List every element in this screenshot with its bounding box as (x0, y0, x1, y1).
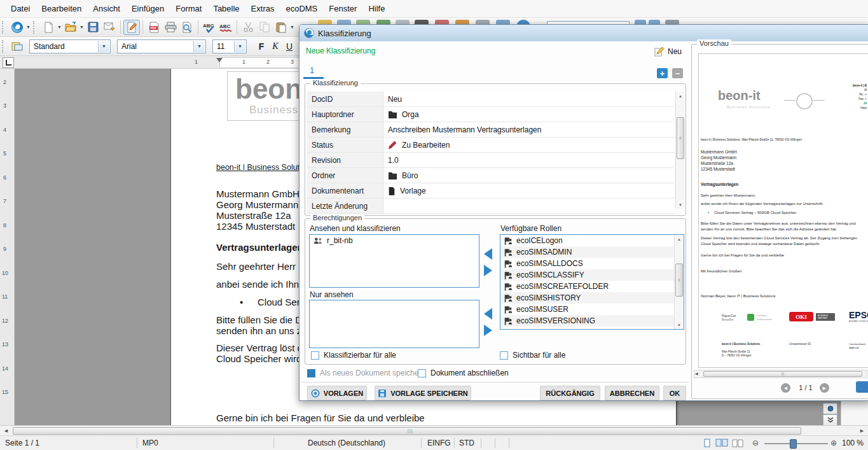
visible-for-all-checkbox[interactable]: Sichtbar für alle (500, 351, 565, 360)
classifiable-for-all-checkbox[interactable]: Klassifizierbar für alle (311, 351, 396, 360)
scroll-up-icon[interactable]: ▲ (675, 235, 684, 243)
move-left-classify-button[interactable] (484, 248, 492, 260)
field-row-hauptordner[interactable]: Hauptordner Orga (307, 107, 675, 122)
copy-button[interactable] (256, 20, 273, 35)
save-as-new-checkbox[interactable]: Als neues Dokument speichern (307, 369, 425, 377)
field-row-bemerkung[interactable]: Bemerkung Anschreiben Mustermann Vertrag… (307, 122, 675, 137)
remove-tab-button[interactable]: − (672, 68, 683, 78)
field-value[interactable]: Vorlage (383, 183, 675, 198)
chevron-down-icon[interactable]: ▼ (234, 41, 245, 52)
italic-button[interactable]: K (268, 39, 282, 53)
field-row-dokumentenart[interactable]: Dokumentenart Vorlage (307, 183, 675, 199)
menu-tabelle[interactable]: Tabelle (207, 1, 245, 16)
previous-page-button[interactable]: ◀ (781, 383, 790, 393)
page-preview-button[interactable] (179, 20, 195, 35)
list-item-role[interactable]: ecoSIMSCREATEFOLDER (500, 281, 674, 292)
move-right-classify-button[interactable] (484, 265, 492, 276)
field-row-ordner[interactable]: Ordner Büro (307, 168, 675, 183)
paragraph-style-combo[interactable]: Standard ▼ (29, 39, 111, 53)
chevron-down-icon[interactable]: ▼ (98, 41, 109, 52)
preview-page[interactable]: beon-it Business Solutions beon-it | B M… (698, 53, 868, 368)
new-classification-button[interactable]: Neu (654, 45, 689, 59)
move-left-view-button[interactable] (484, 308, 492, 320)
chevron-down-icon[interactable]: ▼ (193, 41, 205, 52)
scroll-left-icon[interactable]: ◀ (695, 371, 698, 376)
menu-ecodms[interactable]: ecoDMS (280, 1, 323, 16)
field-value[interactable]: Neu (383, 92, 675, 106)
list-item-role[interactable]: ecoSIMSUSER (500, 304, 674, 315)
dialog-titlebar[interactable]: Klassifizierung (300, 25, 868, 41)
field-value[interactable]: 1.0 (383, 153, 675, 167)
new-document-dropdown[interactable]: ▼ (57, 20, 62, 35)
next-page-button[interactable]: ▶ (820, 383, 829, 393)
field-value[interactable]: Anschreiben Mustermann Vertragsunterlage… (383, 122, 675, 137)
email-button[interactable] (101, 20, 118, 35)
underline-button[interactable]: U (282, 39, 296, 53)
toolbar-grip[interactable] (33, 21, 38, 34)
field-row-docid[interactable]: DocID Neu (307, 92, 675, 107)
scroll-left-icon[interactable]: ◀ (1, 427, 11, 435)
finalize-document-checkbox[interactable]: Dokument abschließen (418, 369, 509, 377)
status-page-style[interactable]: MP0 (142, 439, 158, 447)
menu-datei[interactable]: Datei (5, 1, 36, 16)
cut-button[interactable] (240, 20, 256, 35)
field-row-letzte-aenderung[interactable]: Letzte Änderung (307, 199, 675, 214)
status-selection-mode[interactable]: STD (459, 439, 474, 447)
ok-button[interactable]: OK (663, 386, 686, 400)
bold-button[interactable]: F (254, 39, 268, 53)
preview-scrollbar[interactable]: ◀ ||| (694, 370, 867, 378)
print-button[interactable] (162, 20, 179, 35)
menu-fenster[interactable]: Fenster (323, 1, 362, 16)
status-page[interactable]: Seite 1 / 1 (5, 439, 39, 447)
status-zoom-level[interactable]: 100 % (842, 439, 864, 447)
field-value[interactable]: Orga (383, 107, 675, 122)
open-button[interactable] (62, 20, 79, 35)
templates-button[interactable]: VORLAGEN (307, 386, 367, 400)
status-language[interactable]: Deutsch (Deutschland) (273, 439, 420, 447)
list-item[interactable]: r_bit-nb (310, 235, 479, 246)
field-value[interactable]: Zu Bearbeiten (383, 137, 675, 152)
menu-hilfe[interactable]: Hilfe (362, 1, 390, 16)
undo-button[interactable]: RÜCKGÄNGIG (540, 386, 600, 400)
menu-format[interactable]: Format (170, 1, 207, 16)
paste-button[interactable] (273, 20, 289, 35)
toolbar-grip[interactable] (2, 40, 6, 53)
menu-extras[interactable]: Extras (245, 1, 280, 16)
ecodms-button[interactable] (9, 20, 25, 35)
save-button[interactable] (85, 20, 101, 35)
menu-ansicht[interactable]: Ansicht (87, 1, 126, 16)
add-tab-button[interactable]: + (657, 68, 668, 78)
roles-scrollbar[interactable]: ▲ ≡ ▼ (674, 235, 684, 329)
cancel-button[interactable]: ABBRECHEN (605, 386, 659, 400)
field-value[interactable] (383, 199, 675, 213)
edit-mode-button[interactable] (123, 20, 140, 35)
list-item-role[interactable]: ecoICELogon (500, 235, 674, 246)
paste-dropdown[interactable]: ▼ (289, 20, 295, 35)
menu-bearbeiten[interactable]: Bearbeiten (36, 1, 87, 16)
list-item-role[interactable]: ecoSIMSCLASSIFY (500, 269, 674, 281)
list-item-role[interactable]: ecoSIMSADMIN (500, 246, 674, 258)
view-only-list[interactable] (309, 300, 479, 348)
list-item-role[interactable]: ecoSIMSHISTORY (500, 292, 674, 304)
tab-1[interactable]: 1 (310, 66, 314, 75)
zoom-in-icon[interactable]: ⊕ (830, 439, 837, 447)
open-dropdown[interactable]: ▼ (79, 20, 85, 35)
navigation-target-button[interactable] (823, 403, 837, 414)
scrollbar-thumb[interactable]: ||| (703, 371, 862, 377)
field-row-status[interactable]: Status Zu Bearbeiten (307, 137, 675, 153)
autospellcheck-button[interactable]: ABC (217, 20, 234, 35)
field-value[interactable]: Büro (383, 168, 675, 183)
next-page-button[interactable] (823, 414, 837, 425)
menu-einfuegen[interactable]: Einfügen (126, 1, 170, 16)
ecodms-dropdown[interactable]: ▼ (25, 20, 31, 35)
tabstop-selector[interactable] (3, 57, 14, 68)
zoom-slider-thumb[interactable] (790, 439, 797, 449)
scroll-up-icon[interactable]: ▲ (676, 92, 685, 100)
indent-marker-icon[interactable] (216, 58, 223, 66)
font-name-combo[interactable]: Arial ▼ (117, 39, 206, 53)
list-item-role[interactable]: ecoSIMSVERSIONING (500, 315, 674, 327)
view-multi-page-button[interactable] (715, 439, 728, 450)
scrollbar-thumb[interactable]: ||| (13, 427, 801, 435)
scrollbar-thumb[interactable]: ≡ (677, 117, 684, 159)
view-book-button[interactable] (732, 439, 743, 450)
